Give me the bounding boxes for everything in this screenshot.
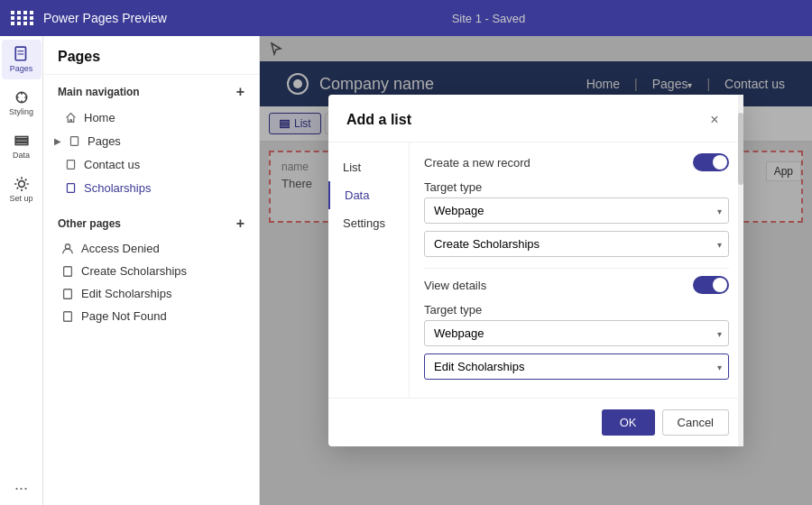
svg-point-7	[18, 181, 24, 188]
target-type-label-2: Target type	[424, 303, 729, 317]
dialog-footer: OK Cancel	[328, 398, 743, 446]
other-create-scholarships-label: Create Scholarships	[81, 264, 187, 278]
ok-button[interactable]: OK	[602, 409, 655, 436]
add-list-dialog: Add a list × List Data Settings	[328, 95, 743, 446]
view-details-section: View details Target type Webpage URL Dia…	[424, 276, 729, 380]
view-details-toggle-row: View details	[424, 276, 729, 294]
sidebar-setup-label: Set up	[9, 194, 32, 203]
svg-rect-9	[67, 160, 74, 169]
main-nav-label: Main navigation	[58, 86, 140, 98]
sidebar-styling-label: Styling	[9, 107, 33, 116]
dialog-tab-data[interactable]: Data	[328, 181, 409, 209]
svg-rect-4	[15, 137, 28, 139]
svg-rect-5	[15, 140, 28, 142]
dialog-body: List Data Settings	[328, 142, 743, 398]
nav-scholarships-label: Scholarships	[84, 181, 151, 195]
dialog-tab-settings[interactable]: Settings	[328, 209, 409, 237]
dialog-left-tabs: List Data Settings	[328, 142, 410, 398]
create-new-record-toggle[interactable]	[693, 153, 729, 171]
sidebar-more[interactable]: ···	[14, 479, 28, 498]
dialog-right-content: Create a new record Target type Webpage …	[410, 142, 743, 398]
add-other-nav-button[interactable]: +	[236, 216, 245, 232]
create-record-section: Create a new record Target type Webpage …	[424, 153, 729, 257]
create-scholarships-select[interactable]: Create Scholarships Edit Scholarships Ho…	[424, 231, 729, 257]
top-bar: Power Pages Preview Site 1 - Saved	[0, 0, 812, 36]
svg-rect-8	[70, 136, 78, 145]
sidebar-item-styling[interactable]: Styling	[2, 83, 42, 123]
sidebar-pages-label: Pages	[10, 64, 33, 73]
target-type-label-1: Target type	[424, 180, 729, 194]
sidebar-item-data[interactable]: Data	[2, 126, 42, 166]
other-item-access-denied[interactable]: Access Denied	[43, 237, 259, 260]
other-item-edit-scholarships[interactable]: Edit Scholarships	[43, 282, 259, 305]
target-type-select-1[interactable]: Webpage URL Dialog	[424, 197, 729, 224]
sidebar-item-pages[interactable]: Pages	[2, 40, 42, 79]
pages-panel: Pages Main navigation + Home ··· ▶ Pages…	[43, 36, 260, 505]
pages-arrow-icon: ▶	[54, 136, 61, 146]
dialog-title: Add a list	[346, 112, 411, 128]
target-type-select-wrapper-1: Webpage URL Dialog ▾	[424, 197, 729, 224]
other-item-create-scholarships[interactable]: Create Scholarships	[43, 260, 259, 282]
other-item-page-not-found[interactable]: Page Not Found	[43, 305, 259, 327]
edit-scholarships-select-wrapper: Edit Scholarships Create Scholarships Ho…	[424, 354, 729, 380]
nav-pages-label: Pages	[88, 134, 121, 148]
main-content: Company name Home | Pages▾ | Contact us …	[260, 36, 812, 505]
view-details-toggle[interactable]	[693, 276, 729, 294]
target-type-select-2[interactable]: Webpage URL Dialog	[424, 320, 729, 346]
main-nav-header: Main navigation +	[43, 75, 259, 106]
nav-home-label: Home	[84, 111, 115, 124]
other-pages-header: Other pages +	[43, 207, 259, 237]
sidebar-item-setup[interactable]: Set up	[2, 170, 42, 209]
icon-sidebar: Pages Styling Data Set up ···	[0, 36, 43, 505]
nav-item-pages[interactable]: ▶ Pages ···	[43, 129, 259, 152]
cancel-button[interactable]: Cancel	[662, 409, 729, 436]
dialog-close-button[interactable]: ×	[704, 109, 725, 131]
saved-status: Site 1 - Saved	[176, 12, 801, 25]
sidebar-data-label: Data	[13, 151, 30, 160]
dialog-tab-list[interactable]: List	[328, 153, 409, 181]
scrollbar-thumb[interactable]	[738, 142, 743, 185]
other-pages-label: Other pages	[58, 217, 121, 230]
app-title: Power Pages Preview	[43, 11, 167, 25]
svg-point-11	[65, 243, 69, 248]
svg-rect-12	[64, 266, 72, 276]
dialog-header: Add a list ×	[328, 95, 743, 142]
create-new-record-label: Create a new record	[424, 156, 531, 170]
other-page-not-found-label: Page Not Found	[81, 309, 167, 323]
nav-contact-label: Contact us	[84, 158, 140, 171]
create-record-toggle-row: Create a new record	[424, 153, 729, 171]
scrollbar-track	[738, 142, 743, 398]
grid-icon	[11, 11, 34, 25]
other-edit-scholarships-label: Edit Scholarships	[81, 287, 171, 300]
dialog-overlay: Add a list × List Data Settings	[260, 36, 812, 505]
svg-rect-14	[64, 311, 72, 321]
create-scholarships-select-wrapper: Create Scholarships Edit Scholarships Ho…	[424, 231, 729, 257]
svg-rect-10	[67, 183, 74, 192]
pages-panel-title: Pages	[43, 36, 259, 75]
other-access-denied-label: Access Denied	[81, 242, 160, 255]
view-details-label: View details	[424, 279, 486, 292]
nav-item-contact[interactable]: Contact us ···	[43, 152, 259, 176]
svg-rect-13	[64, 289, 72, 298]
edit-scholarships-select[interactable]: Edit Scholarships Create Scholarships Ho…	[424, 354, 729, 380]
svg-rect-6	[15, 142, 28, 144]
target-type-select-wrapper-2: Webpage URL Dialog ▾	[424, 320, 729, 346]
nav-item-home[interactable]: Home ···	[43, 106, 259, 129]
section-divider	[424, 268, 729, 269]
add-main-nav-button[interactable]: +	[236, 84, 245, 100]
nav-item-scholarships[interactable]: Scholarships ···	[43, 176, 259, 199]
